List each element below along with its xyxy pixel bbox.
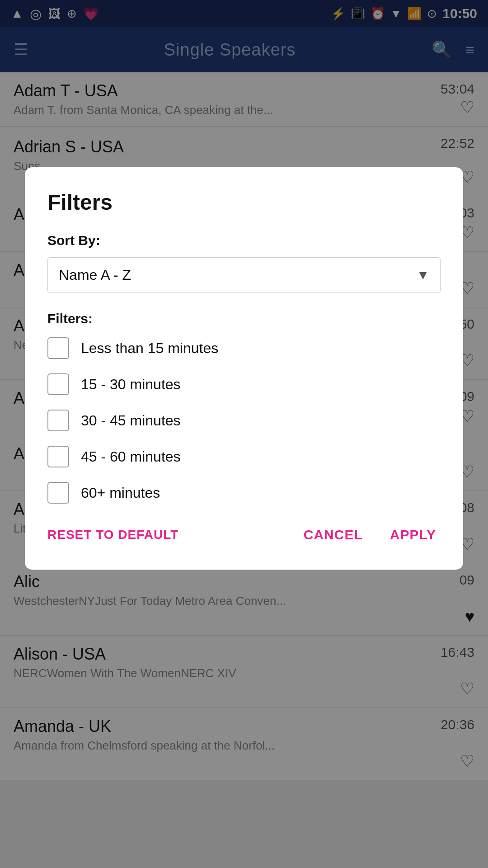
apply-button[interactable]: APPLY: [376, 518, 441, 552]
filter-less-than-15[interactable]: Less than 15 minutes: [47, 337, 441, 359]
checkbox-60-plus[interactable]: [47, 482, 69, 504]
checkbox-45-60[interactable]: [47, 446, 69, 467]
checkbox-less-than-15[interactable]: [47, 337, 69, 359]
filter-45-60[interactable]: 45 - 60 minutes: [47, 446, 441, 467]
filters-label: Filters:: [47, 311, 441, 326]
checkbox-label-less-than-15: Less than 15 minutes: [81, 340, 218, 357]
reset-to-default-button[interactable]: RESET TO DEFAULT: [47, 519, 178, 551]
filter-30-45[interactable]: 30 - 45 minutes: [47, 410, 441, 431]
dialog-actions: RESET TO DEFAULT CANCEL APPLY: [47, 518, 441, 552]
sort-dropdown-value: Name A - Z: [59, 267, 131, 283]
cancel-button[interactable]: CANCEL: [290, 518, 376, 552]
checkbox-label-45-60: 45 - 60 minutes: [81, 448, 181, 465]
checkbox-label-30-45: 30 - 45 minutes: [81, 412, 181, 429]
sort-by-label: Sort By:: [47, 233, 441, 248]
filters-dialog: Filters Sort By: Name A - Z ▼ Filters: L…: [25, 167, 463, 570]
checkbox-label-15-30: 15 - 30 minutes: [81, 376, 181, 393]
checkbox-15-30[interactable]: [47, 373, 69, 395]
sort-dropdown[interactable]: Name A - Z ▼: [47, 257, 441, 293]
checkbox-label-60-plus: 60+ minutes: [81, 485, 160, 501]
filter-60-plus[interactable]: 60+ minutes: [47, 482, 441, 504]
chevron-down-icon: ▼: [417, 268, 429, 283]
dialog-title: Filters: [47, 190, 441, 215]
filter-15-30[interactable]: 15 - 30 minutes: [47, 373, 441, 395]
checkbox-30-45[interactable]: [47, 410, 69, 431]
